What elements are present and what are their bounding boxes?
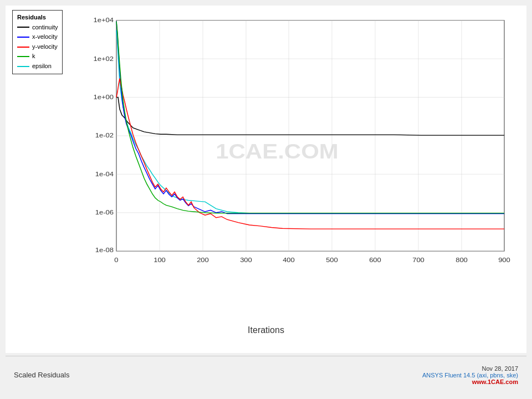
legend-item-y-velocity: y-velocity: [17, 42, 58, 52]
legend-box: Residuals continuity x-velocity y-veloci…: [12, 10, 63, 74]
legend-label-k: k: [32, 52, 35, 62]
legend-item-epsilon: epsilon: [17, 62, 58, 71]
svg-text:900: 900: [498, 256, 510, 263]
svg-text:1e+04: 1e+04: [94, 17, 114, 24]
svg-text:1e-06: 1e-06: [95, 209, 114, 216]
legend-item-k: k: [17, 52, 58, 62]
legend-item-continuity: continuity: [17, 23, 58, 33]
svg-text:300: 300: [240, 256, 252, 263]
legend-label-epsilon: epsilon: [32, 62, 52, 71]
svg-text:200: 200: [197, 256, 209, 263]
svg-text:600: 600: [369, 256, 381, 263]
ansys-label: ANSYS Fluent 14.5 (axi, pbns, ske): [422, 372, 518, 378]
x-axis-label: Iterations: [248, 325, 284, 335]
legend-title: Residuals: [17, 13, 46, 23]
status-right: Nov 28, 2017 ANSYS Fluent 14.5 (axi, pbn…: [422, 365, 518, 385]
legend-label-y-velocity: y-velocity: [32, 42, 58, 52]
watermark-text: 1CAE.COM: [216, 140, 339, 162]
svg-text:0: 0: [114, 256, 118, 263]
legend-label-continuity: continuity: [32, 23, 58, 33]
ansys-text: ANSYS Fluent 14.5 (axi, pbns, ske): [422, 372, 518, 378]
scaled-residuals-label: Scaled Residuals: [14, 371, 69, 379]
legend-item-x-velocity: x-velocity: [17, 32, 58, 42]
legend-line-continuity: [17, 27, 29, 28]
legend-label-x-velocity: x-velocity: [32, 32, 58, 42]
svg-text:500: 500: [326, 256, 338, 263]
legend-title-row: Residuals: [17, 13, 58, 23]
svg-text:1e-02: 1e-02: [95, 132, 114, 139]
chart-wrapper: Residuals continuity x-velocity y-veloci…: [6, 6, 526, 353]
website-label: www.1CAE.com: [422, 378, 518, 385]
legend-line-epsilon: [17, 66, 29, 67]
svg-text:400: 400: [283, 256, 295, 263]
svg-text:1e-08: 1e-08: [95, 247, 114, 254]
date-label: Nov 28, 2017: [422, 365, 518, 372]
svg-text:1e+00: 1e+00: [94, 94, 114, 101]
svg-text:1e+02: 1e+02: [94, 55, 114, 62]
main-container: Residuals continuity x-velocity y-veloci…: [0, 0, 532, 399]
chart-area: Residuals continuity x-velocity y-veloci…: [6, 6, 526, 353]
svg-text:800: 800: [456, 256, 468, 263]
chart-svg: 1e+04 1e+02 1e+00 1e-02 1e-04 1e-06 1e-0…: [6, 6, 526, 311]
svg-text:700: 700: [412, 256, 424, 263]
svg-text:100: 100: [154, 256, 166, 263]
svg-text:1e-04: 1e-04: [95, 171, 114, 178]
legend-line-x-velocity: [17, 37, 29, 38]
legend-line-y-velocity: [17, 47, 29, 48]
legend-line-k: [17, 56, 29, 57]
status-bar: Scaled Residuals Nov 28, 2017 ANSYS Flue…: [6, 356, 526, 393]
